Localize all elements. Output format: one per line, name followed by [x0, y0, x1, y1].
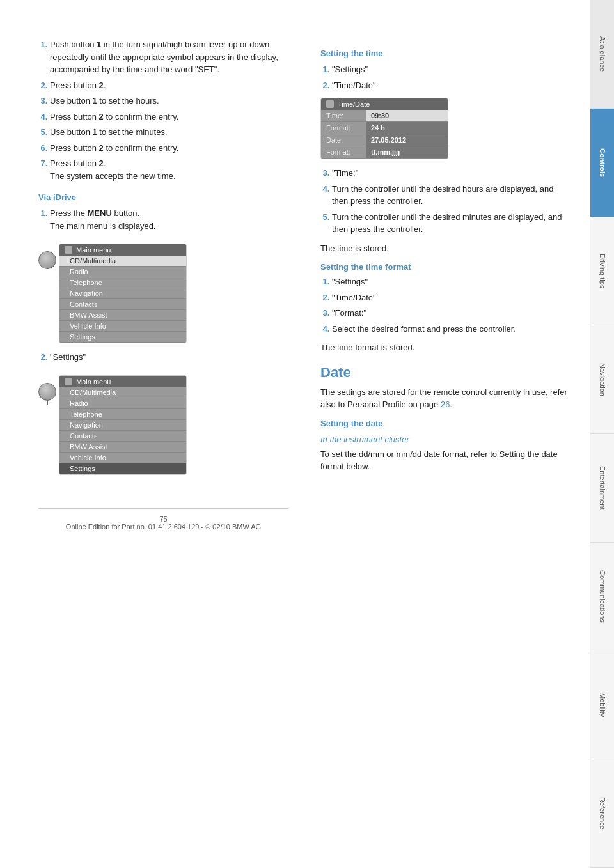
menu-image-2-wrapper: Main menu CD/Multimedia Radio Telephone …	[38, 370, 288, 483]
format1-row: Format: 24 h	[321, 122, 448, 134]
date-description: The settings are stored for the remote c…	[320, 386, 571, 411]
menu-knob-1	[38, 251, 56, 269]
menu-item-bmw-assist: BMW Assist	[59, 310, 186, 321]
menu-item2-navigation: Navigation	[59, 420, 186, 431]
menu-item2-telephone: Telephone	[59, 409, 186, 420]
menu-item2-settings: Settings	[59, 463, 186, 474]
setting-time-title: Setting the time	[320, 49, 571, 58]
left-column: Push button 1 in the turn signal/high be…	[38, 38, 295, 842]
menu-header-label-1: Main menu	[76, 246, 111, 254]
menu-item-radio: Radio	[59, 267, 186, 277]
menu-item-vehicle-info: Vehicle Info	[59, 321, 186, 332]
setting-time-steps-before: "Settings" "Time/Date"	[320, 63, 571, 91]
step-1: Push button 1 in the turn signal/high be…	[50, 38, 288, 76]
footer-text: Online Edition for Part no. 01 41 2 604 …	[66, 523, 261, 531]
menu-header-label-2: Main menu	[76, 378, 111, 385]
menu-body-1: CD/Multimedia Radio Telephone Navigation…	[59, 256, 186, 343]
time-date-header-label: Time/Date	[338, 100, 370, 108]
page-footer: 75 Online Edition for Part no. 01 41 2 6…	[38, 508, 288, 531]
page-number: 75	[159, 515, 167, 523]
menu-item-contacts: Contacts	[59, 299, 186, 310]
time-format-stored-text: The time format is stored.	[320, 341, 571, 354]
menu-image-1-wrapper: Main menu CD/Multimedia Radio Telephone …	[38, 238, 288, 351]
sidebar-tab-reference[interactable]: Reference	[590, 759, 614, 868]
menu-item-navigation: Navigation	[59, 288, 186, 299]
menu-image-1: Main menu CD/Multimedia Radio Telephone …	[59, 244, 187, 343]
via-idrive-step-1: Press the MENU button.The main menu is d…	[50, 207, 288, 232]
setting-time-format-title: Setting the time format	[320, 262, 571, 272]
sidebar-tab-mobility[interactable]: Mobility	[590, 651, 614, 760]
format2-row: Format: tt.mm.jjjj	[321, 146, 448, 159]
time-date-header: Time/Date	[321, 98, 448, 110]
time-value: 09:30	[366, 110, 448, 121]
in-instrument-cluster-title: In the instrument cluster	[320, 435, 571, 444]
menu-item2-radio: Radio	[59, 398, 186, 409]
time-format-step-4: Select the desired format and press the …	[332, 323, 571, 336]
setting-time-step-4: Turn the controller until the desired ho…	[332, 183, 571, 208]
main-content: Push button 1 in the turn signal/high be…	[0, 0, 590, 868]
menu-header-1: Main menu	[59, 244, 186, 256]
time-format-step-1: "Settings"	[332, 275, 571, 288]
menu-item-settings: Settings	[59, 332, 186, 343]
step-2: Press button 2.	[50, 79, 288, 92]
sidebar-tab-driving-tips[interactable]: Driving tips	[590, 217, 614, 326]
date-label: Date:	[321, 134, 366, 146]
sidebar-tab-communications[interactable]: Communications	[590, 543, 614, 651]
time-format-step-3: "Format:"	[332, 307, 571, 320]
menu-header-icon-2	[65, 378, 72, 385]
menu-item-cd: CD/Multimedia	[59, 256, 186, 267]
format1-label: Format:	[321, 122, 366, 134]
menu-body-2: CD/Multimedia Radio Telephone Navigation…	[59, 387, 186, 474]
menu-header-icon	[65, 246, 72, 254]
menu-image-2: Main menu CD/Multimedia Radio Telephone …	[59, 375, 187, 475]
setting-time-step-5: Turn the controller until the desired mi…	[332, 211, 571, 236]
menu-item2-cd: CD/Multimedia	[59, 387, 186, 398]
format1-value: 24 h	[366, 122, 448, 134]
step-5: Use button 1 to set the minutes.	[50, 126, 288, 139]
step-3: Use button 1 to set the hours.	[50, 95, 288, 107]
time-stored-text: The time is stored.	[320, 242, 571, 255]
right-column: Setting the time "Settings" "Time/Date" …	[314, 38, 571, 842]
page-link[interactable]: 26	[441, 399, 450, 409]
setting-time-step-1: "Settings"	[332, 63, 571, 76]
setting-time-step-2: "Time/Date"	[332, 79, 571, 92]
menu-header-2: Main menu	[59, 376, 186, 387]
format2-label: Format:	[321, 146, 366, 158]
date-title: Date	[320, 364, 571, 381]
setting-time-steps-after: "Time:" Turn the controller until the de…	[320, 167, 571, 236]
time-format-step-2: "Time/Date"	[332, 291, 571, 304]
time-format-steps: "Settings" "Time/Date" "Format:" Select …	[320, 275, 571, 335]
via-idrive-steps: Press the MENU button.The main menu is d…	[38, 207, 288, 232]
step-6: Press button 2 to confirm the entry.	[50, 142, 288, 155]
time-row: Time: 09:30	[321, 110, 448, 122]
menu-item2-vehicle-info: Vehicle Info	[59, 453, 186, 463]
step-4: Press button 2 to confirm the entry.	[50, 111, 288, 123]
menu-knob-2	[38, 383, 56, 401]
time-date-display: Time/Date Time: 09:30 Format: 24 h Date:…	[320, 98, 448, 159]
via-idrive-title: Via iDrive	[38, 192, 288, 202]
format2-value: tt.mm.jjjj	[366, 146, 448, 158]
instrument-cluster-text: To set the dd/mm or mm/dd date format, r…	[320, 448, 571, 473]
step-list-left: Push button 1 in the turn signal/high be…	[38, 38, 288, 182]
setting-date-title: Setting the date	[320, 419, 571, 428]
sidebar-tab-controls[interactable]: Controls	[590, 109, 614, 217]
menu-item-telephone: Telephone	[59, 277, 186, 288]
sidebar: At a glance Controls Driving tips Naviga…	[590, 0, 614, 868]
via-idrive-step2-list: "Settings"	[38, 351, 288, 364]
date-value: 27.05.2012	[366, 134, 448, 146]
menu-item2-contacts: Contacts	[59, 431, 186, 442]
setting-time-step-3: "Time:"	[332, 167, 571, 180]
time-date-icon	[326, 100, 334, 108]
sidebar-tab-entertainment[interactable]: Entertainment	[590, 434, 614, 543]
via-idrive-step-2: "Settings"	[50, 351, 288, 364]
time-label: Time:	[321, 110, 366, 121]
step-7: Press button 2.The system accepts the ne…	[50, 157, 288, 182]
date-row: Date: 27.05.2012	[321, 134, 448, 146]
menu-item2-bmw-assist: BMW Assist	[59, 442, 186, 453]
sidebar-tab-navigation[interactable]: Navigation	[590, 325, 614, 434]
sidebar-tab-at-a-glance[interactable]: At a glance	[590, 0, 614, 109]
